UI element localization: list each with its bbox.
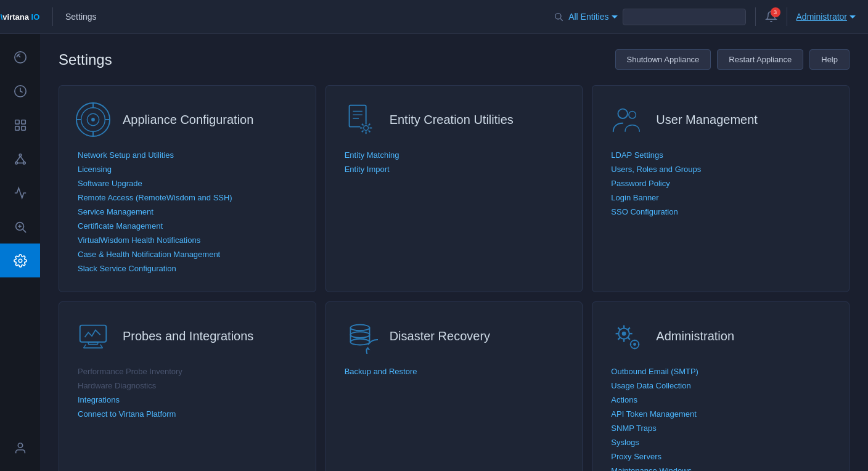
shutdown-button[interactable]: Shutdown Appliance xyxy=(615,49,711,70)
card-header-admin: Administration xyxy=(608,317,833,354)
svg-point-54 xyxy=(350,339,369,345)
topnav-divider xyxy=(52,7,53,26)
link-entity-matching[interactable]: Entity Matching xyxy=(345,150,567,160)
svg-point-16 xyxy=(18,259,22,263)
link-case-health[interactable]: Case & Health Notification Management xyxy=(78,250,300,259)
topnav-admin-divider xyxy=(787,7,787,26)
link-usage-data[interactable]: Usage Data Collection xyxy=(611,381,833,390)
link-certificate-management[interactable]: Certificate Management xyxy=(78,221,300,231)
card-title-admin: Administration xyxy=(656,329,734,343)
sidebar-item-nodes[interactable] xyxy=(0,142,40,176)
sidebar-item-user[interactable] xyxy=(0,431,40,465)
sidebar-user[interactable] xyxy=(0,431,40,471)
card-header-entity: Entity Creation Utilities xyxy=(342,101,567,138)
svg-point-53 xyxy=(350,332,369,338)
svg-point-69 xyxy=(633,343,636,346)
sidebar-item-settings[interactable] xyxy=(0,244,40,277)
topnav-title: Settings xyxy=(65,12,97,22)
link-api-token[interactable]: API Token Management xyxy=(611,409,833,419)
card-administration: Administration Outbound Email (SMTP) Usa… xyxy=(592,301,850,471)
svg-line-19 xyxy=(560,18,563,21)
link-password-policy[interactable]: Password Policy xyxy=(611,179,833,188)
entity-icon xyxy=(342,101,379,138)
main-area: Settings All Entities 3 xyxy=(40,0,868,471)
sidebar-item-topology[interactable] xyxy=(0,108,40,142)
topnav-action-divider xyxy=(755,7,756,26)
card-appliance-configuration: Appliance Configuration Network Setup an… xyxy=(59,85,316,292)
link-virtualwisdom-health[interactable]: VirtualWisdom Health Notifications xyxy=(78,236,300,245)
svg-point-45 xyxy=(629,111,636,118)
disaster-icon xyxy=(342,317,379,354)
logo-text: \virtana IO xyxy=(1,12,40,22)
svg-point-59 xyxy=(622,332,626,336)
svg-point-8 xyxy=(23,162,25,164)
link-syslogs[interactable]: Syslogs xyxy=(611,438,833,447)
restart-button[interactable]: Restart Appliance xyxy=(717,49,803,70)
settings-grid: Appliance Configuration Network Setup an… xyxy=(59,85,850,471)
link-maintenance-windows[interactable]: Maintenance Windows xyxy=(611,466,833,471)
card-links-user: LDAP Settings Users, Roles and Groups Pa… xyxy=(608,150,833,216)
admin-dropdown[interactable]: Administrator xyxy=(796,12,856,22)
sidebar-item-dashboard[interactable] xyxy=(0,40,40,74)
svg-point-18 xyxy=(555,14,561,19)
card-probes: Probes and Integrations Performance Prob… xyxy=(59,301,316,471)
card-title-disaster: Disaster Recovery xyxy=(390,329,490,343)
admin-label: Administrator xyxy=(796,12,847,22)
link-software-upgrade[interactable]: Software Upgrade xyxy=(78,179,300,188)
link-network-setup[interactable]: Network Setup and Utilities xyxy=(78,150,300,160)
user-mgmt-icon xyxy=(608,101,645,138)
notification-bell[interactable]: 3 xyxy=(765,10,777,23)
card-title-appliance: Appliance Configuration xyxy=(123,113,253,127)
svg-line-9 xyxy=(16,156,20,162)
content-area: Settings Shutdown Appliance Restart Appl… xyxy=(40,34,868,471)
search-input[interactable] xyxy=(623,9,746,25)
probes-icon xyxy=(75,317,112,354)
sidebar-nav xyxy=(0,34,40,431)
svg-line-67 xyxy=(618,337,620,339)
link-service-management[interactable]: Service Management xyxy=(78,207,300,216)
link-integrations[interactable]: Integrations xyxy=(78,395,300,404)
link-virtana-platform[interactable]: Connect to Virtana Platform xyxy=(78,409,300,419)
logo: \virtana IO xyxy=(0,0,40,34)
card-links-admin: Outbound Email (SMTP) Usage Data Collect… xyxy=(608,367,833,471)
link-backup-restore[interactable]: Backup and Restore xyxy=(345,367,567,376)
link-proxy-servers[interactable]: Proxy Servers xyxy=(611,452,833,461)
sidebar-item-search[interactable] xyxy=(0,210,40,244)
link-slack-service[interactable]: Slack Service Configuration xyxy=(78,264,300,273)
card-links-probes: Performance Probe Inventory Hardware Dia… xyxy=(75,367,300,419)
sidebar: \virtana IO xyxy=(0,0,40,471)
card-links-appliance: Network Setup and Utilities Licensing So… xyxy=(75,150,300,273)
link-sso[interactable]: SSO Configuration xyxy=(611,207,833,216)
help-button[interactable]: Help xyxy=(809,49,850,70)
svg-line-10 xyxy=(20,156,24,162)
card-title-entity: Entity Creation Utilities xyxy=(390,113,514,127)
svg-rect-2 xyxy=(15,120,18,123)
link-actions[interactable]: Actions xyxy=(611,395,833,404)
entity-dropdown[interactable]: All Entities xyxy=(568,12,617,22)
link-hardware-diagnostics: Hardware Diagnostics xyxy=(78,381,300,390)
card-header-user: User Management xyxy=(608,101,833,138)
svg-point-17 xyxy=(18,443,22,447)
card-disaster-recovery: Disaster Recovery Backup and Restore xyxy=(326,301,583,471)
sidebar-item-history[interactable] xyxy=(0,74,40,108)
admin-icon xyxy=(608,317,645,354)
page-title: Settings xyxy=(59,51,112,68)
card-header-appliance: Appliance Configuration xyxy=(75,101,300,138)
topnav: Settings All Entities 3 xyxy=(40,0,868,34)
svg-point-25 xyxy=(91,118,95,121)
card-header-disaster: Disaster Recovery xyxy=(342,317,567,354)
link-snmp-traps[interactable]: SNMP Traps xyxy=(611,424,833,433)
card-links-disaster: Backup and Restore xyxy=(342,367,567,376)
link-remote-access[interactable]: Remote Access (RemoteWisdom and SSH) xyxy=(78,193,300,202)
link-users-roles[interactable]: Users, Roles and Groups xyxy=(611,165,833,174)
link-ldap[interactable]: LDAP Settings xyxy=(611,150,833,160)
card-user-management: User Management LDAP Settings Users, Rol… xyxy=(592,85,850,292)
link-entity-import[interactable]: Entity Import xyxy=(345,165,567,174)
topnav-actions: 3 Administrator xyxy=(755,7,856,26)
chevron-down-icon xyxy=(612,14,618,20)
link-login-banner[interactable]: Login Banner xyxy=(611,193,833,202)
svg-line-66 xyxy=(628,327,630,329)
link-licensing[interactable]: Licensing xyxy=(78,165,300,174)
sidebar-item-analytics[interactable] xyxy=(0,176,40,210)
link-outbound-email[interactable]: Outbound Email (SMTP) xyxy=(611,367,833,376)
